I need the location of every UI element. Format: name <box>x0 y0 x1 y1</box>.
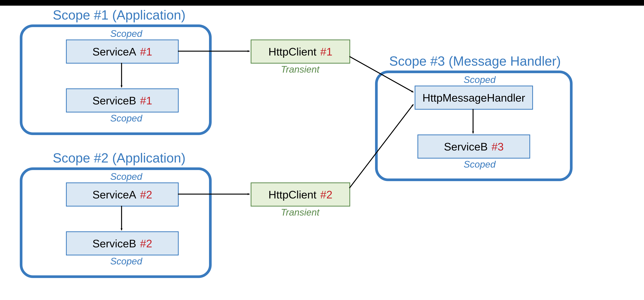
scope1-serviceA-box: ServiceA #1 <box>66 39 179 64</box>
scope2-serviceB-lifetime: Scoped <box>110 256 142 267</box>
scope3-serviceB-num: #3 <box>492 140 504 153</box>
scope2-serviceA-box: ServiceA #2 <box>66 182 179 206</box>
scope2-serviceB-box: ServiceB #2 <box>66 231 179 255</box>
scope1-serviceA-name: ServiceA <box>92 45 136 58</box>
httpmessagehandler-box: HttpMessageHandler <box>415 86 533 110</box>
scope3-serviceB-box: ServiceB #3 <box>418 135 530 158</box>
httpclient1-num: #1 <box>320 45 332 58</box>
scope2-serviceA-name: ServiceA <box>92 188 136 201</box>
scope3-serviceB-name: ServiceB <box>444 140 488 153</box>
scope1-title: Scope #1 (Application) <box>53 7 186 22</box>
scope3-serviceB-lifetime: Scoped <box>464 159 496 170</box>
httpclient2-num: #2 <box>320 188 332 201</box>
scope1-serviceB-name: ServiceB <box>92 94 136 107</box>
scope1-serviceB-num: #1 <box>140 94 152 107</box>
scope3-handler-lifetime: Scoped <box>464 74 496 85</box>
httpclient2-name: HttpClient <box>268 188 316 201</box>
httpclient2-box: HttpClient #2 <box>251 182 350 206</box>
scope2-serviceA-lifetime: Scoped <box>110 171 142 182</box>
httpclient1-box: HttpClient #1 <box>251 39 350 64</box>
scope2-title: Scope #2 (Application) <box>53 150 186 165</box>
httpclient2-lifetime: Transient <box>281 207 320 218</box>
httpclient1-lifetime: Transient <box>281 64 320 75</box>
top-black-bar <box>0 0 644 6</box>
scope2-serviceA-num: #2 <box>140 188 152 201</box>
httpmessagehandler-name: HttpMessageHandler <box>422 91 525 104</box>
scope3-title: Scope #3 (Message Handler) <box>389 54 561 69</box>
scope2-serviceB-name: ServiceB <box>92 237 136 250</box>
scope1-serviceB-box: ServiceB #1 <box>66 88 179 113</box>
scope2-serviceB-num: #2 <box>140 237 152 250</box>
scope1-serviceA-lifetime: Scoped <box>110 28 142 39</box>
scope1-serviceB-lifetime: Scoped <box>110 113 142 124</box>
scope1-serviceA-num: #1 <box>140 45 152 58</box>
httpclient1-name: HttpClient <box>268 45 316 58</box>
